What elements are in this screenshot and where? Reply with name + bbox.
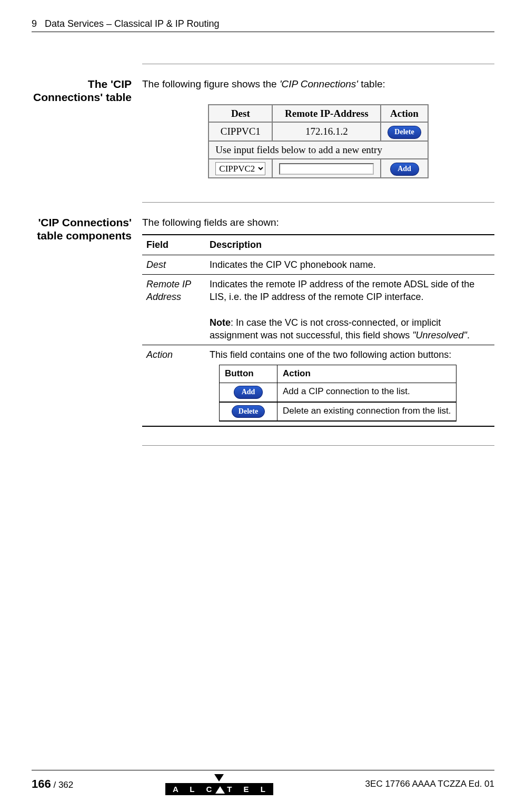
field-remote-note-mid: : In case the VC is not cross-connected,… (210, 317, 441, 340)
action-inner-table: Button Action Add Add a CIP connection t… (219, 365, 456, 422)
footer-row: 166 / 362 A L CT E L 3EC 17766 AAAA TCZZ… (32, 774, 494, 795)
field-remote-desc: Indicates the remote IP address of the r… (205, 274, 494, 345)
doc-reference: 3EC 17766 AAAA TCZZA Ed. 01 (365, 779, 494, 789)
cip-figure-wrapper: Dest Remote IP-Address Action CIPPVC1 17… (142, 104, 494, 178)
section2-intro: The following fields are shown: (142, 216, 494, 229)
table-row: Delete Delete an existing connection fro… (220, 402, 456, 422)
field-remote-name: Remote IP Address (142, 274, 205, 345)
inner-del-desc: Delete an existing connection from the l… (277, 402, 456, 422)
page-total: 362 (58, 780, 73, 790)
field-remote-desc1: Indicates the remote IP address of the r… (210, 279, 474, 302)
table-row: Dest Indicates the CIP VC phonebook name… (142, 255, 494, 274)
logo-triangle-top-icon (165, 774, 273, 784)
field-action-desc-text: This field contains one of the two follo… (210, 349, 451, 360)
cip-th-remote: Remote IP-Address (272, 105, 381, 123)
cip-row3-ip-cell (272, 159, 381, 178)
page-sep: / (51, 780, 58, 790)
delete-button[interactable]: Delete (388, 126, 421, 139)
inner-add-desc: Add a CIP connection to the list. (277, 383, 456, 402)
page-number: 166 / 362 (32, 777, 73, 791)
cip-row3-dest-cell: CIPPVC2 (209, 159, 272, 178)
field-dest-desc: Indicates the CIP VC phonebook name. (205, 255, 494, 274)
add-button[interactable]: Add (390, 163, 419, 176)
cip-connections-figure: Dest Remote IP-Address Action CIPPVC1 17… (208, 104, 428, 178)
section-cip-connections-table: The 'CIP Connections' table The followin… (32, 77, 494, 184)
logo-triangle-up-icon (215, 786, 225, 794)
cip-row1-ip: 172.16.1.2 (272, 122, 381, 141)
field-remote-note-label: Note (210, 317, 231, 328)
cip-row3-action-cell: Add (381, 159, 428, 178)
section1-intro-em: 'CIP Connections' (280, 78, 358, 89)
cip-th-action: Action (381, 105, 428, 123)
add-button-sample: Add (234, 386, 263, 399)
alcatel-logo: A L CT E L (165, 774, 273, 795)
page-current: 166 (32, 777, 51, 790)
field-remote-note-end: . (467, 330, 470, 340)
page-footer: 166 / 362 A L CT E L 3EC 17766 AAAA TCZZ… (32, 770, 494, 795)
cip-helper-row: Use input fields below to add a new entr… (209, 141, 428, 159)
field-description-table: Field Description Dest Indicates the CIP… (142, 234, 494, 427)
table-row: Remote IP Address Indicates the remote I… (142, 274, 494, 345)
section1-intro-post: table: (358, 78, 385, 89)
field-th-desc: Description (205, 235, 494, 255)
logo-bar: A L CT E L (165, 783, 273, 795)
chapter-title: Data Services – Classical IP & IP Routin… (45, 18, 220, 29)
margin-heading-components: 'CIP Connections' table components (32, 216, 142, 427)
field-th-field: Field (142, 235, 205, 255)
content-col-2: The following fields are shown: Field De… (142, 216, 494, 427)
section-divider (142, 445, 494, 446)
delete-button-sample: Delete (232, 405, 265, 418)
field-action-desc: This field contains one of the two follo… (205, 345, 494, 427)
section-cip-table-components: 'CIP Connections' table components The f… (32, 216, 494, 427)
field-dest-name: Dest (142, 255, 205, 274)
cip-th-dest: Dest (209, 105, 272, 123)
inner-add-btn-cell: Add (220, 383, 277, 402)
section-divider (142, 64, 494, 64)
page-header: 9 Data Services – Classical IP & IP Rout… (32, 18, 494, 32)
table-row: Add Add a CIP connection to the list. (220, 383, 456, 402)
section1-intro-pre: The following figure shows the (142, 78, 280, 89)
chapter-number: 9 (32, 18, 37, 29)
content-col-1: The following figure shows the 'CIP Conn… (142, 77, 494, 184)
table-row: Action This field contains one of the tw… (142, 345, 494, 427)
cip-row1-action-cell: Delete (381, 122, 428, 141)
field-action-name: Action (142, 345, 205, 427)
field-remote-note-em: "Unresolved" (412, 330, 467, 340)
inner-th-button: Button (220, 365, 277, 383)
margin-heading-cip-table: The 'CIP Connections' table (32, 77, 142, 184)
section-divider (142, 202, 494, 203)
cip-remote-ip-input[interactable] (279, 163, 374, 175)
inner-del-btn-cell: Delete (220, 402, 277, 422)
section1-intro: The following figure shows the 'CIP Conn… (142, 77, 494, 91)
logo-text: A L CT E L (165, 783, 273, 795)
inner-th-action: Action (277, 365, 456, 383)
cip-row1-dest: CIPPVC1 (209, 122, 272, 141)
cip-dest-select[interactable]: CIPPVC2 (215, 162, 265, 175)
